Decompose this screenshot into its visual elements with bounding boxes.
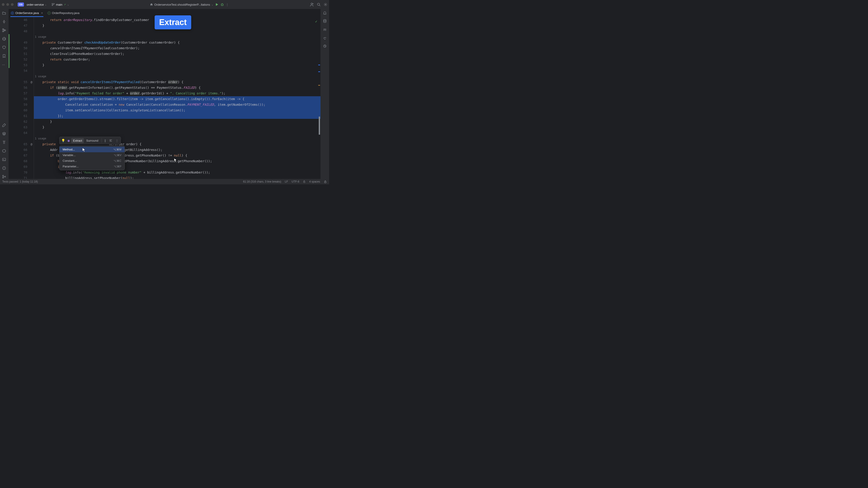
run-configuration[interactable]: OrderserviceTest.shouldRegisterP...llati… bbox=[150, 3, 213, 6]
tests-status[interactable]: Tests passed: 1 (today 11:18) bbox=[2, 180, 38, 183]
notifications-icon[interactable] bbox=[323, 11, 327, 15]
more-actions-icon[interactable]: ⋮ bbox=[226, 3, 229, 6]
more-icon[interactable]: ⋮ bbox=[114, 139, 120, 142]
svg-rect-8 bbox=[2, 29, 4, 30]
code-line[interactable]: cancelOrderItemsIfPaymentFailed(customer… bbox=[34, 45, 320, 51]
code-line[interactable]: order.getOrderItems().stream().filter(it… bbox=[34, 96, 320, 102]
pull-requests-icon[interactable] bbox=[2, 45, 6, 50]
svg-point-17 bbox=[4, 176, 6, 177]
code-line[interactable]: } bbox=[34, 125, 320, 130]
tab-label: OrderService.java bbox=[16, 11, 39, 15]
floating-hint-label: Extract bbox=[155, 15, 191, 29]
line-separator[interactable]: LF bbox=[285, 180, 288, 183]
code-line[interactable]: private static void cancelOrderItemsIfPa… bbox=[34, 79, 320, 85]
branch-icon bbox=[52, 3, 55, 6]
code-line[interactable]: private CustomerOrder checkAndUpdateOrde… bbox=[34, 40, 320, 45]
branch-name: main bbox=[56, 3, 62, 6]
commit-tool-icon[interactable] bbox=[2, 20, 6, 24]
extract-action[interactable]: Extract bbox=[71, 138, 84, 143]
arrow-up-icon: ↗ bbox=[64, 3, 66, 6]
left-toolwindow-bar: ⋯ bbox=[0, 9, 8, 179]
right-toolwindow-bar: m bbox=[320, 9, 329, 179]
svg-rect-10 bbox=[4, 30, 6, 31]
project-selector[interactable]: order-service ⌄ bbox=[27, 3, 46, 6]
tab-orderrepository[interactable]: I OrderRepository.java bbox=[45, 9, 82, 17]
code-editor[interactable]: 464748 495051525354 55@56575859606162636… bbox=[8, 17, 320, 179]
svg-point-16 bbox=[2, 177, 4, 178]
override-gutter-icon[interactable]: @ bbox=[31, 79, 32, 85]
debug-button[interactable] bbox=[220, 3, 224, 6]
usage-hint[interactable]: 1 usage bbox=[34, 74, 320, 79]
file-encoding[interactable]: UTF-8 bbox=[291, 180, 299, 183]
code-line[interactable]: clearInvalidPhoneNumber(customerOrder); bbox=[34, 51, 320, 57]
chevron-down-icon: ⌄ bbox=[67, 3, 69, 6]
lock-icon[interactable] bbox=[324, 180, 327, 183]
reformat-icon[interactable] bbox=[108, 139, 114, 142]
minimize-window[interactable] bbox=[6, 3, 9, 6]
extract-menu-item[interactable]: Constant...⌥⌘C bbox=[59, 158, 125, 164]
database-tool-icon[interactable] bbox=[323, 19, 327, 23]
caret-position[interactable]: 61:16 (316 chars, 3 line breaks) bbox=[243, 180, 281, 183]
svg-point-7 bbox=[3, 21, 5, 23]
problems-tool-icon[interactable] bbox=[2, 166, 6, 170]
stripe-caret[interactable] bbox=[318, 65, 320, 65]
code-line[interactable]: log.info("Removing invalid phone number"… bbox=[34, 170, 320, 175]
maven-tool-icon[interactable]: m bbox=[323, 27, 327, 32]
layers-tool-icon[interactable] bbox=[2, 131, 6, 136]
code-line[interactable]: } bbox=[34, 62, 320, 68]
terminal-tool-icon[interactable] bbox=[2, 157, 6, 162]
zoom-window[interactable] bbox=[11, 3, 13, 6]
readonly-toggle-icon[interactable] bbox=[303, 180, 306, 183]
todo-tool-icon[interactable] bbox=[2, 140, 6, 144]
override-gutter-icon[interactable]: @ bbox=[31, 141, 32, 147]
analysis-ok-icon[interactable]: ✓ bbox=[315, 19, 317, 24]
vcs-branch[interactable]: main ↗ ⌄ bbox=[52, 3, 69, 6]
chevron-down-icon: ⌄ bbox=[211, 3, 213, 6]
build-tool-icon[interactable] bbox=[2, 123, 6, 127]
code-line[interactable]: }); bbox=[34, 113, 320, 119]
build-icon bbox=[150, 3, 153, 6]
gradle-tool-icon[interactable] bbox=[323, 36, 327, 40]
comment-icon[interactable]: ∥ bbox=[103, 139, 107, 142]
code-line[interactable]: return customerOrder; bbox=[34, 57, 320, 62]
error-stripe[interactable] bbox=[318, 17, 320, 179]
endpoints-tool-icon[interactable] bbox=[2, 37, 6, 41]
close-icon[interactable]: × bbox=[41, 11, 43, 15]
extract-menu: Method...⌥⌘MVariable...⌥⌘VConstant...⌥⌘C… bbox=[59, 145, 125, 170]
tab-orderservice[interactable]: C OrderService.java × bbox=[8, 9, 45, 17]
extract-menu-item[interactable]: Parameter...⌥⌘P bbox=[59, 164, 125, 169]
usage-hint[interactable]: 1 usage bbox=[34, 34, 320, 40]
surround-action[interactable]: Surround bbox=[84, 138, 100, 143]
code-line[interactable] bbox=[34, 130, 320, 136]
code-line[interactable]: Cancellation cancellation = new Cancella… bbox=[34, 102, 320, 107]
vcs-tool-icon[interactable] bbox=[2, 174, 6, 179]
bookmarks-tool-icon[interactable] bbox=[2, 54, 6, 58]
intention-bulb-icon[interactable]: 💡 bbox=[60, 139, 66, 142]
ai-icon[interactable]: ◉ bbox=[66, 139, 71, 142]
stripe-warning[interactable] bbox=[318, 85, 320, 86]
code-line[interactable]: log.info("Payment failed for order" + or… bbox=[34, 91, 320, 96]
services-tool-icon[interactable] bbox=[2, 149, 6, 153]
stripe-scrollbar[interactable] bbox=[319, 117, 320, 135]
code-line[interactable]: } bbox=[34, 119, 320, 125]
stripe-mark[interactable] bbox=[318, 71, 320, 72]
coverage-tool-icon[interactable] bbox=[323, 44, 327, 48]
extract-menu-item[interactable]: Variable...⌥⌘V bbox=[59, 152, 125, 158]
structure-tool-icon[interactable] bbox=[2, 28, 6, 33]
gutter[interactable]: 464748 495051525354 55@56575859606162636… bbox=[8, 17, 34, 179]
svg-point-1 bbox=[52, 5, 53, 6]
code-line[interactable]: item.setCancellations(Collections.single… bbox=[34, 107, 320, 113]
settings-icon[interactable] bbox=[324, 3, 327, 6]
search-icon[interactable] bbox=[317, 3, 320, 6]
code-line[interactable]: if (order.getPaymentInformation().getPay… bbox=[34, 85, 320, 91]
code-line[interactable] bbox=[34, 68, 320, 74]
indent-info[interactable]: 4 spaces bbox=[309, 180, 320, 183]
run-button[interactable] bbox=[215, 3, 219, 6]
close-window[interactable] bbox=[2, 3, 4, 6]
more-tools-icon[interactable]: ⋯ bbox=[2, 62, 6, 67]
code-line[interactable]: billingAddress.setPhoneNumber(null); bbox=[34, 175, 320, 179]
project-tool-icon[interactable] bbox=[2, 11, 6, 15]
code-with-me-icon[interactable] bbox=[310, 2, 314, 6]
extract-menu-item[interactable]: Method...⌥⌘M bbox=[59, 147, 125, 152]
run-config-label: OrderserviceTest.shouldRegisterP...llati… bbox=[154, 3, 210, 6]
